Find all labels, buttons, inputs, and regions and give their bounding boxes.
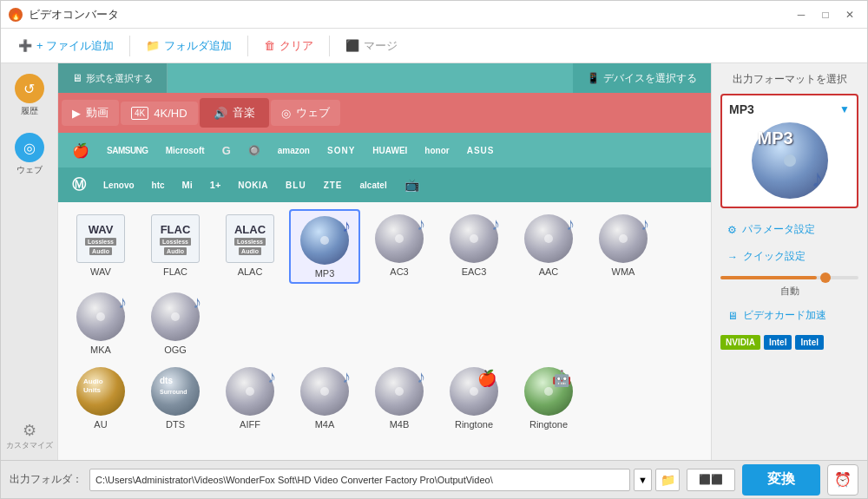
output-path-input[interactable]: C:\Users\Administrator\Videos\WonderFox … (89, 469, 630, 491)
subtype-web-btn[interactable]: ◎ ウェブ (271, 100, 340, 126)
music-note-icon-wma: ♪ (641, 214, 649, 234)
format-grid: WAV Lossless Audio WAV FLAC Lossles (58, 202, 711, 460)
globe-icon: ◎ (281, 107, 291, 120)
format-ac3[interactable]: ♪ AC3 (364, 209, 435, 284)
device-icon: 📱 (587, 72, 600, 84)
convert-button[interactable]: 変換 (742, 464, 820, 496)
history-label: 履歴 (21, 105, 38, 117)
mp3-preview-icon: MP3 ♪ (751, 121, 829, 200)
close-button[interactable]: ✕ (839, 6, 860, 23)
music-note-icon-eac3: ♪ (491, 214, 500, 234)
web-icon: ◎ (15, 133, 44, 162)
clear-button[interactable]: 🗑 クリア (255, 34, 322, 58)
add-folder-button[interactable]: 📁 フォルダ追加 (137, 34, 240, 58)
format-ringtone-android[interactable]: 🤖 Ringtone (513, 362, 584, 433)
format-ringtone-apple[interactable]: 🍎 Ringtone (438, 362, 510, 433)
center-panel: 🖥 形式を選択する 📱 デバイスを選択する ▶ 動画 (58, 63, 711, 460)
brand-motorola[interactable]: Ⓜ (65, 173, 93, 198)
brand-asus[interactable]: ASUS (460, 142, 502, 159)
format-dts[interactable]: dtsSurround DTS (140, 362, 211, 433)
gpu-accel-btn[interactable]: 🖥 ビデオカード加速 (720, 303, 858, 328)
brand-zte[interactable]: ZTE (317, 177, 350, 194)
minimize-button[interactable]: ─ (791, 6, 812, 23)
format-row-1: WAV Lossless Audio WAV FLAC Lossles (65, 209, 704, 358)
tab-device-select[interactable]: 📱 デバイスを選択する (573, 63, 711, 93)
brand-microsoft[interactable]: Microsoft (159, 142, 212, 159)
brand-alcatel[interactable]: alcatel (353, 177, 394, 194)
brand-nokia[interactable]: NOKIA (231, 177, 275, 194)
output-folder-label: 出力フォルダ： (10, 472, 82, 487)
alarm-icon: ⏰ (834, 471, 852, 488)
brand-amazon[interactable]: amazon (271, 142, 317, 159)
format-mka[interactable]: ♪ MKA (65, 287, 136, 358)
brand-huawei[interactable]: HUAWEI (365, 142, 414, 159)
brand-honor[interactable]: honor (418, 142, 456, 159)
customize-label: カスタマイズ (6, 440, 53, 451)
merge-icon: ⬛ (345, 39, 359, 52)
history-icon: ↺ (15, 74, 44, 103)
format-m4b[interactable]: ♪ M4B (364, 362, 435, 433)
format-wma[interactable]: ♪ WMA (588, 209, 659, 284)
format-mp3[interactable]: ♪ MP3 (289, 209, 360, 284)
dts-disc-icon: dtsSurround (151, 367, 200, 416)
intel-badge-2: Intel (795, 335, 824, 350)
param-settings-btn[interactable]: ⚙ パラメータ設定 (720, 217, 858, 242)
quick-settings-btn[interactable]: → クイック設定 (720, 244, 858, 269)
subtype-video-btn[interactable]: ▶ 動画 (62, 100, 119, 126)
sidebar-item-web[interactable]: ◎ ウェブ (3, 126, 56, 183)
brand-google[interactable]: G (215, 141, 238, 161)
android-icon: 🤖 (552, 369, 571, 388)
path-dropdown-btn[interactable]: ▼ (634, 469, 652, 491)
format-aiff[interactable]: ♪ AIFF (214, 362, 286, 433)
slider-thumb[interactable] (820, 272, 831, 283)
brand-mi[interactable]: Mi (175, 176, 200, 194)
folder-icon: 📁 (146, 39, 160, 52)
intel-badge-1: Intel (764, 335, 792, 350)
music-note-icon-aiff: ♪ (267, 367, 276, 387)
alarm-btn[interactable]: ⏰ (827, 464, 858, 496)
music-note-icon: ♪ (342, 216, 351, 236)
copy-path-btn[interactable]: ⬛⬛ (687, 469, 735, 491)
play-icon: ▶ (72, 107, 81, 120)
brand-sony[interactable]: SONY (320, 142, 362, 159)
quality-slider-track[interactable] (720, 276, 858, 279)
sidebar-customize[interactable]: ⚙ カスタマイズ (6, 421, 53, 451)
music-note-icon-m4a: ♪ (342, 367, 351, 387)
format-ogg[interactable]: ♪ OGG (140, 287, 211, 358)
quality-slider-row (720, 276, 858, 279)
add-file-button[interactable]: ➕ + ファイル追加 (10, 34, 122, 58)
subtype-music-btn[interactable]: 🔊 音楽 (200, 98, 269, 128)
brand-blu[interactable]: BLU (279, 177, 313, 194)
maximize-button[interactable]: □ (815, 6, 836, 23)
format-alac[interactable]: ALAC Lossless Audio ALAC (214, 209, 286, 284)
brand-apple[interactable]: 🍎 (65, 139, 96, 162)
browse-folder-btn[interactable]: 📁 (655, 469, 680, 491)
format-flac[interactable]: FLAC Lossless Audio FLAC (140, 209, 211, 284)
format-tabs: 🖥 形式を選択する 📱 デバイスを選択する (58, 63, 711, 93)
music-note-icon-aac: ♪ (566, 214, 575, 234)
merge-button[interactable]: ⬛ マージ (337, 34, 406, 58)
au-disc-icon: AudioUnits (76, 367, 125, 416)
window-controls: ─ □ ✕ (791, 6, 860, 23)
format-m4a[interactable]: ♪ M4A (289, 362, 360, 433)
format-au[interactable]: AudioUnits AU (65, 362, 136, 433)
brand-samsung[interactable]: SAMSUNG (100, 142, 155, 159)
toolbar: ➕ + ファイル追加 📁 フォルダ追加 🗑 クリア ⬛ マージ (1, 29, 867, 63)
svg-text:🔥: 🔥 (10, 10, 22, 21)
subtype-4k-btn[interactable]: 4K 4K/HD (121, 102, 198, 125)
format-wav[interactable]: WAV Lossless Audio WAV (65, 209, 136, 284)
brand-oneplus[interactable]: 1+ (203, 176, 228, 194)
brand-htc[interactable]: htc (145, 177, 172, 194)
brand-lg[interactable]: 🔘 (241, 141, 267, 160)
tab-format-select[interactable]: 🖥 形式を選択する (58, 63, 168, 93)
brand-tv[interactable]: 📺 (398, 174, 426, 195)
format-aac[interactable]: ♪ AAC (513, 209, 584, 284)
folder-browse-icon: 📁 (661, 473, 675, 487)
brand-lenovo[interactable]: Lenovo (96, 177, 141, 194)
format-eac3[interactable]: ♪ EAC3 (438, 209, 510, 284)
brand-row-1: 🍎 SAMSUNG Microsoft G 🔘 amazon SONY HUAW… (58, 133, 711, 167)
dropdown-arrow-icon[interactable]: ▼ (839, 103, 850, 115)
music-note-icon-ogg: ♪ (193, 292, 201, 312)
mp3-note-icon: ♪ (812, 165, 824, 193)
sidebar-item-history[interactable]: ↺ 履歴 (3, 67, 56, 124)
